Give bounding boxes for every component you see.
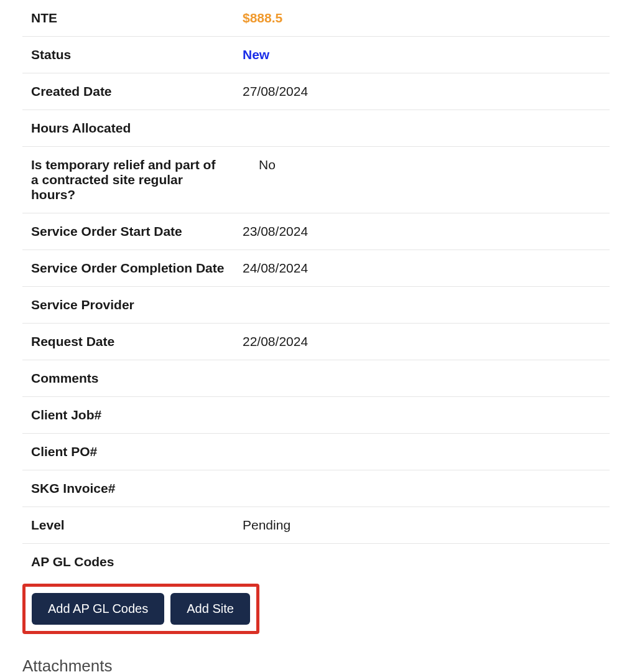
row-created-date: Created Date 27/08/2024 [22, 73, 610, 110]
label-client-po: Client PO# [22, 434, 234, 470]
label-ap-gl-codes: AP GL Codes [22, 544, 234, 581]
label-created-date: Created Date [22, 73, 234, 110]
row-request-date: Request Date 22/08/2024 [22, 324, 610, 360]
add-site-button[interactable]: Add Site [170, 593, 250, 625]
row-service-provider: Service Provider [22, 287, 610, 324]
row-hours-allocated: Hours Allocated [22, 110, 610, 147]
value-temp-relief: No [234, 147, 610, 213]
row-level: Level Pending [22, 507, 610, 544]
label-nte: NTE [22, 0, 234, 37]
value-ap-gl-codes [234, 544, 610, 581]
label-start-date: Service Order Start Date [22, 213, 234, 250]
label-client-job: Client Job# [22, 397, 234, 434]
row-start-date: Service Order Start Date 23/08/2024 [22, 213, 610, 250]
label-skg-invoice: SKG Invoice# [22, 470, 234, 507]
add-ap-gl-codes-button[interactable]: Add AP GL Codes [32, 593, 164, 625]
value-skg-invoice [234, 470, 610, 507]
row-skg-invoice: SKG Invoice# [22, 470, 610, 507]
label-temp-relief: Is temporary relief and part of a contra… [22, 147, 234, 213]
row-completion-date: Service Order Completion Date 24/08/2024 [22, 250, 610, 287]
value-service-provider [234, 287, 610, 324]
label-request-date: Request Date [22, 324, 234, 360]
value-client-job [234, 397, 610, 434]
row-temp-relief: Is temporary relief and part of a contra… [22, 147, 610, 213]
row-status: Status New [22, 37, 610, 73]
value-status: New [234, 37, 610, 73]
value-completion-date: 24/08/2024 [234, 250, 610, 287]
label-comments: Comments [22, 360, 234, 397]
row-nte: NTE $888.5 [22, 0, 610, 37]
value-hours-allocated [234, 110, 610, 147]
label-status: Status [22, 37, 234, 73]
label-service-provider: Service Provider [22, 287, 234, 324]
row-client-job: Client Job# [22, 397, 610, 434]
row-ap-gl-codes: AP GL Codes [22, 544, 610, 581]
label-level: Level [22, 507, 234, 544]
attachments-heading: Attachments [22, 656, 610, 672]
label-hours-allocated: Hours Allocated [22, 110, 234, 147]
value-nte: $888.5 [234, 0, 610, 37]
row-client-po: Client PO# [22, 434, 610, 470]
value-created-date: 27/08/2024 [234, 73, 610, 110]
value-client-po [234, 434, 610, 470]
value-comments [234, 360, 610, 397]
value-start-date: 23/08/2024 [234, 213, 610, 250]
row-comments: Comments [22, 360, 610, 397]
value-request-date: 22/08/2024 [234, 324, 610, 360]
label-completion-date: Service Order Completion Date [22, 250, 234, 287]
value-level: Pending [234, 507, 610, 544]
button-bar-highlight: Add AP GL Codes Add Site [22, 584, 259, 634]
details-table: NTE $888.5 Status New Created Date 27/08… [22, 0, 610, 580]
